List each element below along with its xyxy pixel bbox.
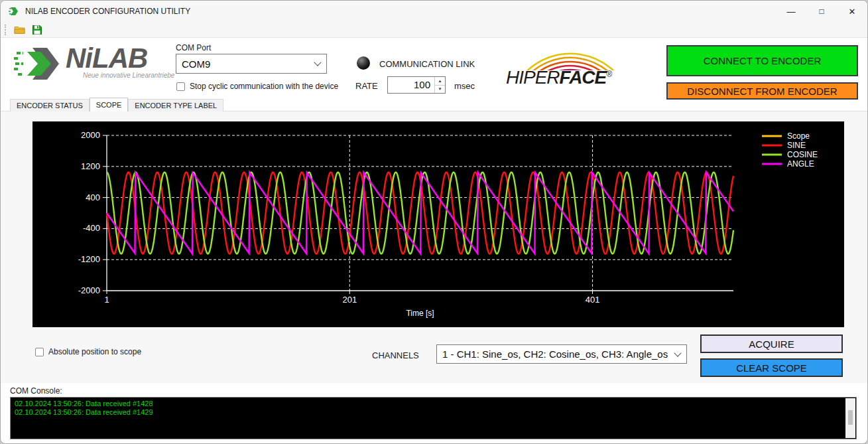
axes [103, 135, 733, 294]
svg-text:1: 1 [104, 295, 109, 305]
scope-chart: 20001200400-400-1200-20001201401Time [s]… [32, 121, 844, 327]
com-port-select[interactable]: COM9 [176, 54, 327, 74]
comm-link-led [357, 56, 370, 70]
open-file-button[interactable] [13, 23, 27, 37]
hiperface-rainbow-icon [506, 41, 649, 70]
x-axis-title: Time [s] [406, 309, 434, 318]
brand-text: NiLAB [66, 44, 174, 73]
svg-text:-2000: -2000 [78, 285, 100, 295]
nilab-logo: NiLAB Neue innovative Linearantriebe [13, 44, 174, 88]
maximize-button[interactable]: □ [806, 1, 837, 22]
rate-label: RATE [355, 81, 378, 91]
hiperface-text: HIPERFACE® [506, 67, 611, 88]
rate-stepper[interactable]: 100 ▲ ▼ [387, 76, 446, 94]
series [107, 173, 733, 254]
console-scrollbar-thumb[interactable] [848, 410, 853, 425]
svg-text:2000: 2000 [81, 130, 100, 140]
comm-link-label: COMMUNICATION LINK [379, 59, 475, 69]
app-icon [8, 5, 20, 17]
clear-scope-button[interactable]: CLEAR SCOPE [700, 358, 843, 377]
svg-text:201: 201 [342, 295, 357, 305]
console-line: 02.10.2024 13:50:26: Data received #1429 [15, 408, 852, 417]
tab-strip: ENCODER STATUSSCOPEENCODER TYPE LABEL [10, 98, 223, 111]
console-lines: 02.10.2024 13:50:26: Data received #1428… [15, 400, 852, 417]
com-port-value: COM9 [182, 58, 326, 70]
com-console[interactable]: 02.10.2024 13:50:26: Data received #1428… [10, 397, 857, 439]
absolute-position-checkbox[interactable]: Absolute position to scope [35, 347, 141, 356]
channels-value: 1 - CH1: Sine_os, CH2: Cosine_os, CH3: A… [442, 348, 686, 360]
toolbar-grip [5, 25, 7, 35]
legend-label-sine: SINE [787, 141, 806, 150]
rate-value[interactable]: 100 [388, 77, 434, 93]
tab-encoder-status[interactable]: ENCODER STATUS [10, 99, 90, 111]
open-folder-icon [14, 25, 26, 35]
svg-text:400: 400 [86, 192, 100, 202]
save-floppy-icon [32, 25, 42, 35]
title-bar: NILAB ENCODER CONFIGURATION UTILITY — □ … [1, 1, 867, 22]
console-scrollbar[interactable] [845, 398, 855, 438]
tab-encoder-type-label[interactable]: ENCODER TYPE LABEL [128, 99, 223, 111]
rate-spin-buttons[interactable]: ▲ ▼ [434, 77, 445, 93]
legend-label-angle: ANGLE [787, 159, 814, 169]
close-button[interactable]: ✕ [837, 1, 867, 22]
acquire-button[interactable]: ACQUIRE [700, 334, 843, 353]
legend: ScopeSINECOSINEANGLE [762, 131, 818, 169]
disconnect-button[interactable]: DISCONNECT FROM ENCODER [666, 82, 858, 100]
minimize-button[interactable]: — [776, 1, 806, 22]
com-console-label: COM Console: [10, 386, 62, 396]
rate-unit: msec [454, 81, 475, 91]
absolute-position-label: Absolute position to scope [48, 347, 141, 356]
app-window: NILAB ENCODER CONFIGURATION UTILITY — □ … [0, 0, 868, 444]
hiperface-logo: HIPERFACE® [506, 41, 649, 94]
brand-tagline: Neue innovative Linearantriebe [83, 72, 174, 79]
checkbox-box[interactable] [35, 348, 44, 356]
svg-text:1200: 1200 [81, 161, 100, 171]
svg-text:401: 401 [586, 295, 600, 305]
toolbar [1, 22, 867, 38]
legend-label-cosine: COSINE [787, 150, 818, 159]
scope-chart-svg: 20001200400-400-1200-20001201401Time [s]… [32, 121, 844, 327]
connect-button[interactable]: CONNECT TO ENCODER [666, 45, 858, 76]
checkbox-box[interactable] [176, 82, 185, 91]
stop-cyclic-checkbox[interactable]: Stop cyclic communication with the devic… [176, 82, 338, 91]
header: NiLAB Neue innovative Linearantriebe COM… [1, 38, 867, 98]
save-button[interactable] [30, 23, 44, 37]
channels-select[interactable]: 1 - CH1: Sine_os, CH2: Cosine_os, CH3: A… [436, 344, 687, 364]
window-title: NILAB ENCODER CONFIGURATION UTILITY [25, 7, 776, 16]
svg-text:-1200: -1200 [78, 254, 100, 264]
legend-label-scope: Scope [787, 131, 810, 141]
com-port-label: COM Port [176, 43, 211, 52]
nilab-logo-icon [13, 44, 62, 88]
console-line: 02.10.2024 13:50:26: Data received #1428 [15, 400, 852, 408]
stop-cyclic-label: Stop cyclic communication with the devic… [190, 82, 338, 91]
tab-scope[interactable]: SCOPE [90, 98, 129, 111]
spin-up-icon[interactable]: ▲ [435, 77, 445, 86]
svg-text:-400: -400 [83, 223, 100, 233]
spin-down-icon[interactable]: ▼ [435, 86, 445, 94]
channels-label: CHANNELS [372, 350, 419, 360]
